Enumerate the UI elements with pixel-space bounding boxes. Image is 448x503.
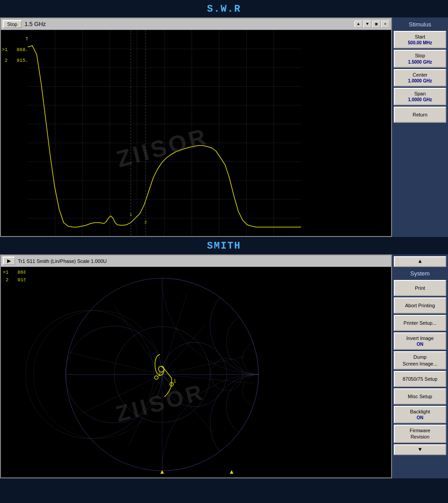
smith-sidebar: ▲ System Print Abort Printing Printer Se… [392,254,448,478]
svg-text:2: 2 [158,372,161,377]
swr-sidebar: Stimulus Start 500.00 MHz Stop 1.5000 GH… [392,17,448,237]
smith-chart-svg: 1 2 ▲ ▲ ZIISOR [26,267,299,477]
smith-title-bar: SMITH [0,237,448,254]
swr-win-close[interactable]: ✕ [381,21,389,28]
swr-center-button[interactable]: Center 1.0000 GHz [394,69,446,86]
swr-title-bar: S.W.R [0,0,448,17]
swr-window: Stop 1.5 GHz ▲ ▼ ▣ ✕ Tr1 S11 SWR 1.000/ … [0,17,392,237]
svg-text:▲: ▲ [230,469,234,476]
smith-scroll-up-button[interactable]: ▲ [394,256,446,267]
smith-panel: ▶ Tr1 S11 Smith (Lin/Phase) Scale 1.000U… [0,254,448,478]
swr-title: S.W.R [207,4,241,15]
smith-backlight-button[interactable]: Backlight ON [394,406,446,423]
smith-printer-setup-button[interactable]: Printer Setup... [394,315,446,331]
smith-plot-area: >1 868.00000 MHz 153.82 mU -49.747 ° 2 9… [1,267,391,477]
smith-titlebar: ▶ Tr1 S11 Smith (Lin/Phase) Scale 1.000U [1,255,391,267]
svg-text:1: 1 [129,213,132,217]
smith-invert-image-button[interactable]: Invert Image ON [394,332,446,350]
smith-window: ▶ Tr1 S11 Smith (Lin/Phase) Scale 1.000U… [0,254,392,478]
swr-window-controls: ▲ ▼ ▣ ✕ [354,21,389,28]
smith-dump-screen-button[interactable]: Dump Screen Image... [394,351,446,370]
svg-text:▲: ▲ [160,469,164,476]
swr-chart-svg: 11.00 10.00 9.000 8.000 7.000 6.000 5.00… [28,30,301,236]
swr-stop-button[interactable]: Stop [3,20,22,28]
smith-abort-printing-button[interactable]: Abort Printing [394,297,446,314]
swr-span-button[interactable]: Span 1.0000 GHz [394,88,446,105]
smith-title: SMITH [207,241,241,252]
smith-print-button[interactable]: Print [394,280,446,296]
smith-87050-setup-button[interactable]: 87050/75 Setup [394,371,446,387]
swr-start-button[interactable]: Start 500.00 MHz [394,31,446,48]
smith-firmware-revision-button[interactable]: Firmware Revision [394,425,446,443]
swr-plot-area: Tr1 S11 SWR 1.000/ Ref 1.000 >1 868.0000… [1,30,391,236]
smith-window-title: Tr1 S11 Smith (Lin/Phase) Scale 1.000U [18,258,389,264]
smith-misc-setup-button[interactable]: Misc Setup [394,388,446,404]
swr-return-button[interactable]: Return [394,107,446,123]
swr-sidebar-title: Stimulus [394,19,446,30]
swr-panel: Stop 1.5 GHz ▲ ▼ ▣ ✕ Tr1 S11 SWR 1.000/ … [0,17,448,237]
swr-window-title: 1.5 GHz [25,21,354,27]
swr-stop-freq-button[interactable]: Stop 1.5000 GHz [394,50,446,67]
smith-scroll-down-button[interactable]: ▼ [394,444,446,455]
swr-win-restore[interactable]: ▣ [372,21,380,28]
swr-win-scroll-up[interactable]: ▲ [354,21,362,28]
smith-sidebar-title: System [394,268,446,279]
swr-titlebar: Stop 1.5 GHz ▲ ▼ ▣ ✕ [1,18,391,30]
swr-win-scroll-down[interactable]: ▼ [363,21,371,28]
svg-text:2: 2 [144,220,146,225]
svg-text:1: 1 [173,379,176,384]
